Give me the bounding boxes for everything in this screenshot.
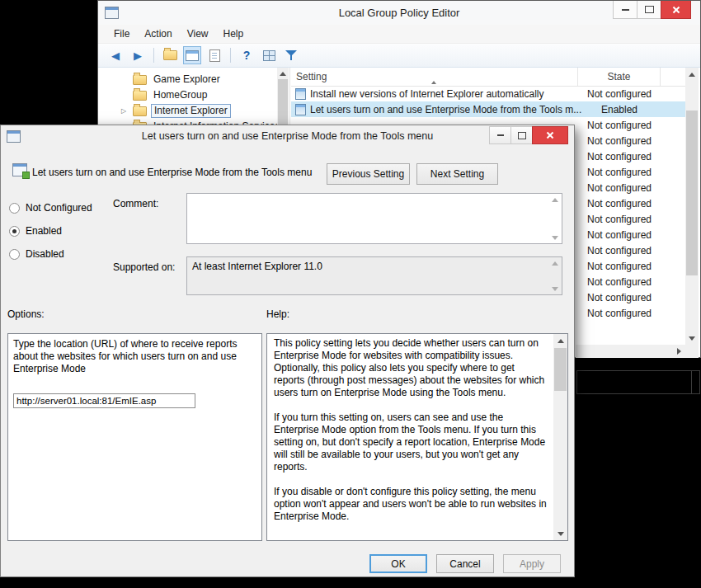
forward-icon: ▶ <box>134 50 142 61</box>
scrollbar-thumb[interactable] <box>686 111 698 275</box>
scroll-down-icon <box>548 283 562 294</box>
scroll-up-icon[interactable] <box>277 68 289 79</box>
forward-button[interactable]: ▶ <box>129 46 147 64</box>
export-list-button[interactable] <box>205 46 223 64</box>
sort-ascending-icon <box>431 69 436 81</box>
scroll-up-icon[interactable] <box>553 334 567 347</box>
filter-button[interactable] <box>282 46 300 64</box>
toolbar: ◀ ▶ ? <box>98 44 700 68</box>
close-icon <box>672 6 680 14</box>
minimize-button[interactable] <box>613 1 637 19</box>
help-icon: ? <box>243 49 251 61</box>
comment-label: Comment: <box>113 198 158 209</box>
menu-help[interactable]: Help <box>216 26 252 42</box>
filter-icon <box>285 49 298 61</box>
next-setting-button[interactable]: Next Setting <box>416 163 498 185</box>
dialog-maximize-button[interactable] <box>510 126 533 144</box>
scroll-down-icon[interactable] <box>548 232 562 243</box>
scroll-up-icon[interactable] <box>685 68 699 81</box>
policy-state: Enabled <box>578 104 661 115</box>
menu-view[interactable]: View <box>180 26 216 42</box>
menu-bar: File Action View Help <box>98 25 700 44</box>
menu-action[interactable]: Action <box>137 26 179 42</box>
list-vertical-scrollbar[interactable] <box>685 68 699 345</box>
policy-setting-icon <box>295 88 306 100</box>
supported-on-label: Supported on: <box>113 261 175 273</box>
radio-label[interactable]: Disabled <box>26 248 64 260</box>
desktop: Local Group Policy Editor File Action Vi… <box>0 0 701 588</box>
comment-scrollbar[interactable] <box>548 194 562 243</box>
scroll-down-icon[interactable] <box>553 527 567 540</box>
help-text: This policy setting lets you decide whet… <box>267 334 553 540</box>
column-header-state[interactable]: State <box>578 68 661 86</box>
console-tree-icon <box>186 50 199 61</box>
previous-setting-button[interactable]: Previous Setting <box>327 163 410 185</box>
maximize-button[interactable] <box>637 1 661 19</box>
policy-state: Not configured <box>578 292 661 303</box>
policy-row[interactable]: Let users turn on and use Enterprise Mod… <box>291 101 685 117</box>
options-panel: Type the location (URL) of where to rece… <box>7 333 262 541</box>
tree-item-game-explorer[interactable]: Game Explorer <box>99 72 277 87</box>
dialog-close-button[interactable] <box>532 126 568 144</box>
policy-row[interactable]: Install new versions of Internet Explore… <box>291 86 685 101</box>
policy-state: Not configured <box>578 182 661 194</box>
folder-up-icon <box>163 50 177 60</box>
help-paragraph: If you disable or don't configure this p… <box>274 486 547 523</box>
policy-state: Not configured <box>578 276 661 288</box>
tree-item-label: Internet Explorer <box>151 104 231 118</box>
policy-header-icon <box>12 163 27 176</box>
supported-on-box: At least Internet Explorer 11.0 <box>186 256 562 295</box>
close-button[interactable] <box>661 1 691 19</box>
show-console-tree-button[interactable] <box>183 46 201 64</box>
radio-row-disabled[interactable]: Disabled <box>9 247 64 261</box>
expand-arrow-icon[interactable]: ▷ <box>121 107 133 115</box>
comment-box[interactable] <box>186 193 562 244</box>
radio-disabled[interactable] <box>9 249 20 260</box>
scroll-up-icon[interactable] <box>548 194 562 205</box>
policy-state: Not configured <box>578 88 661 100</box>
supported-on-value: At least Internet Explorer 11.0 <box>192 261 545 272</box>
menu-file[interactable]: File <box>106 26 137 42</box>
radio-row-not-configured[interactable]: Not Configured <box>9 201 92 214</box>
options-label: Options: <box>7 308 45 320</box>
folder-icon <box>133 75 147 85</box>
dialog-titlebar[interactable]: Let users turn on and use Enterprise Mod… <box>1 125 574 148</box>
up-one-level-button[interactable] <box>161 46 179 64</box>
radio-label[interactable]: Not Configured <box>26 202 92 214</box>
radio-label[interactable]: Enabled <box>26 225 62 237</box>
report-url-input[interactable] <box>13 393 195 408</box>
scroll-down-icon[interactable] <box>685 332 699 345</box>
tree-item-label: HomeGroup <box>151 89 209 101</box>
tree-item-homegroup[interactable]: HomeGroup <box>99 87 277 103</box>
dialog-minimize-button[interactable] <box>489 126 511 144</box>
tree-item-internet-explorer[interactable]: ▷ Internet Explorer <box>99 103 277 119</box>
tree-item-label: Game Explorer <box>151 73 223 86</box>
scroll-up-icon <box>548 257 562 269</box>
maximize-icon <box>645 6 654 13</box>
back-button[interactable]: ◀ <box>106 46 125 64</box>
apply-button: Apply <box>503 554 561 573</box>
radio-not-configured[interactable] <box>9 203 20 214</box>
scroll-right-icon[interactable] <box>672 345 685 358</box>
help-scrollbar[interactable] <box>553 334 567 540</box>
help-panel: This policy setting lets you decide whet… <box>266 333 568 541</box>
dialog-title: Let users turn on and use Enterprise Mod… <box>1 125 574 148</box>
radio-row-enabled[interactable]: Enabled <box>9 224 62 238</box>
policy-state: Not configured <box>578 214 661 225</box>
scrollbar-thumb[interactable] <box>554 348 567 391</box>
policy-state: Not configured <box>578 135 661 147</box>
help-button[interactable]: ? <box>238 46 256 64</box>
help-paragraph: If you turn this setting on, users can s… <box>274 412 547 473</box>
window-titlebar[interactable]: Local Group Policy Editor <box>98 1 700 25</box>
radio-enabled[interactable] <box>9 226 20 237</box>
cancel-button[interactable]: Cancel <box>436 554 494 573</box>
window-title: Local Group Policy Editor <box>98 1 700 25</box>
list-horizontal-scrollbar[interactable] <box>576 345 685 358</box>
help-paragraph: This policy setting lets you decide whet… <box>274 337 547 399</box>
ok-button[interactable]: OK <box>369 554 427 573</box>
export-list-icon <box>209 49 220 62</box>
extended-view-button[interactable] <box>260 46 278 64</box>
folder-icon <box>133 91 147 101</box>
folder-icon <box>133 106 147 116</box>
policy-state: Not configured <box>578 308 661 319</box>
